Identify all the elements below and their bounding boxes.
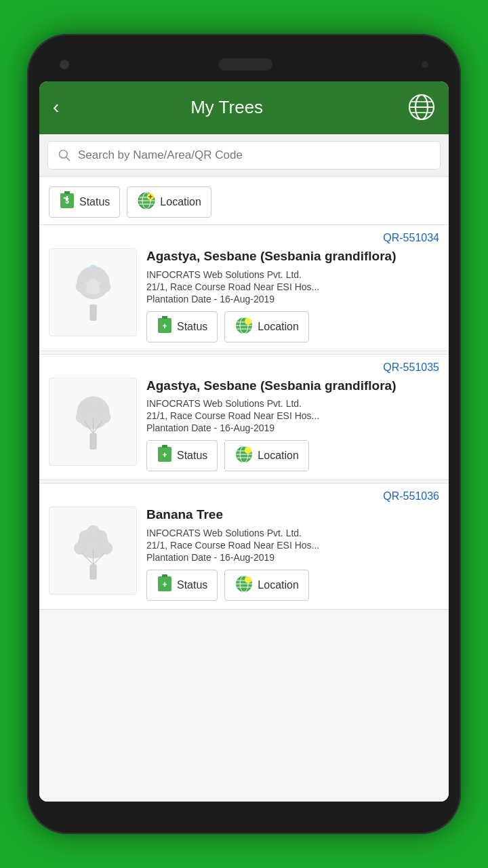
- partial-card: $ Status: [39, 176, 449, 224]
- status-button-3[interactable]: + Status: [146, 570, 218, 601]
- globe-icon[interactable]: [408, 94, 435, 121]
- tree-address-3: 21/1, Race Course Road Near ESI Hos...: [146, 540, 439, 551]
- location-label-1: Location: [258, 321, 299, 333]
- status-label-2: Status: [177, 450, 207, 462]
- svg-rect-19: [89, 304, 96, 320]
- phone-bottom: [39, 802, 449, 821]
- camera-icon: [60, 60, 69, 69]
- svg-point-36: [245, 318, 251, 325]
- tree-image-1: [49, 248, 137, 336]
- card-content-2: Agastya, Sesbane (Sesbania grandiflora) …: [49, 378, 439, 472]
- card-actions-2: + Status: [146, 440, 439, 471]
- svg-point-23: [75, 281, 87, 292]
- partial-actions: $ Status: [49, 182, 439, 218]
- status-icon-2: +: [157, 445, 173, 467]
- tree-list: $ Status: [39, 176, 449, 802]
- tree-address-2: 21/1, Race Course Road Near ESI Hos...: [146, 410, 439, 421]
- svg-rect-37: [89, 433, 96, 450]
- phone-top-bar: [39, 47, 449, 81]
- tree-image-3: [49, 507, 137, 595]
- tree-info-3: Banana Tree INFOCRATS Web Solutions Pvt.…: [146, 507, 439, 601]
- location-button-2[interactable]: Location: [224, 440, 309, 471]
- search-input[interactable]: [78, 149, 430, 162]
- card-content-3: Banana Tree INFOCRATS Web Solutions Pvt.…: [49, 507, 439, 601]
- svg-text:+: +: [162, 580, 167, 589]
- svg-point-62: [87, 525, 100, 538]
- tree-card: QR-551034: [39, 224, 449, 351]
- tree-name-2: Agastya, Sesbane (Sesbania grandiflora): [146, 378, 439, 395]
- svg-point-43: [87, 397, 98, 409]
- partial-location-button[interactable]: Location: [127, 186, 211, 218]
- svg-rect-8: [64, 191, 70, 194]
- tree-date-1: Plantation Date - 16-Aug-2019: [146, 294, 439, 304]
- card-content-1: Agastya, Sesbane (Sesbania grandiflora) …: [49, 248, 439, 342]
- location-label-2: Location: [258, 450, 299, 462]
- location-button-1[interactable]: Location: [224, 311, 309, 342]
- tree-info-2: Agastya, Sesbane (Sesbania grandiflora) …: [146, 378, 439, 472]
- svg-point-24: [99, 281, 110, 292]
- location-icon-3: [235, 574, 253, 596]
- back-button[interactable]: ‹: [53, 94, 66, 121]
- tree-name-1: Agastya, Sesbane (Sesbania grandiflora): [146, 248, 439, 265]
- status-button-1[interactable]: + Status: [146, 311, 218, 342]
- tree-address-1: 21/1, Race Course Road Near ESI Hos...: [146, 281, 439, 292]
- svg-rect-67: [162, 574, 167, 577]
- svg-point-58: [74, 542, 87, 555]
- location-label-3: Location: [258, 579, 299, 591]
- battery-status-icon: $: [59, 191, 75, 213]
- tree-card-3: QR-551036: [39, 483, 449, 610]
- speaker-grille: [218, 58, 272, 71]
- page-title: My Trees: [66, 97, 388, 118]
- qr-link-1[interactable]: QR-551034: [49, 232, 439, 244]
- qr-link-3[interactable]: QR-551036: [49, 490, 439, 502]
- status-icon-3: +: [157, 574, 173, 596]
- tree-org-1: INFOCRATS Web Solutions Pvt. Ltd.: [146, 269, 439, 280]
- svg-point-39: [75, 412, 87, 423]
- search-bar: [47, 141, 441, 170]
- tree-card-2: QR-551035: [39, 354, 449, 481]
- tree-info-1: Agastya, Sesbane (Sesbania grandiflora) …: [146, 248, 439, 342]
- svg-text:+: +: [162, 450, 167, 460]
- svg-point-74: [245, 576, 251, 583]
- partial-status-label: Status: [79, 196, 110, 208]
- svg-rect-56: [89, 564, 96, 579]
- globe-location-icon: [137, 191, 156, 213]
- status-label-1: Status: [177, 321, 207, 333]
- svg-point-55: [245, 447, 251, 454]
- screen: ‹ My Trees: [39, 81, 449, 802]
- tree-date-3: Plantation Date - 16-Aug-2019: [146, 552, 439, 563]
- qr-link-2[interactable]: QR-551035: [49, 361, 439, 374]
- sensor-dot: [422, 61, 428, 68]
- tree-org-3: INFOCRATS Web Solutions Pvt. Ltd.: [146, 528, 439, 538]
- phone-shell: ‹ My Trees: [27, 34, 461, 834]
- app-header: ‹ My Trees: [39, 81, 449, 134]
- svg-point-59: [100, 542, 113, 555]
- tree-name-3: Banana Tree: [146, 507, 439, 524]
- card-actions-1: + Status: [146, 311, 439, 342]
- card-actions-3: + Status: [146, 570, 439, 601]
- partial-location-label: Location: [160, 196, 201, 208]
- svg-line-6: [66, 157, 70, 161]
- svg-point-27: [87, 267, 98, 279]
- svg-point-40: [99, 412, 110, 423]
- location-icon-2: [235, 445, 253, 467]
- location-button-3[interactable]: Location: [224, 570, 309, 601]
- tree-org-2: INFOCRATS Web Solutions Pvt. Ltd.: [146, 398, 439, 409]
- location-icon-1: [235, 316, 253, 338]
- status-button-2[interactable]: + Status: [146, 440, 218, 471]
- tree-date-2: Plantation Date - 16-Aug-2019: [146, 422, 439, 433]
- status-label-3: Status: [177, 579, 207, 591]
- partial-status-button[interactable]: $ Status: [49, 186, 120, 218]
- svg-text:+: +: [162, 321, 167, 331]
- tree-image-2: [49, 378, 137, 466]
- status-icon-1: +: [157, 316, 173, 338]
- svg-rect-48: [162, 445, 167, 448]
- search-icon: [58, 149, 71, 162]
- svg-rect-29: [162, 316, 167, 319]
